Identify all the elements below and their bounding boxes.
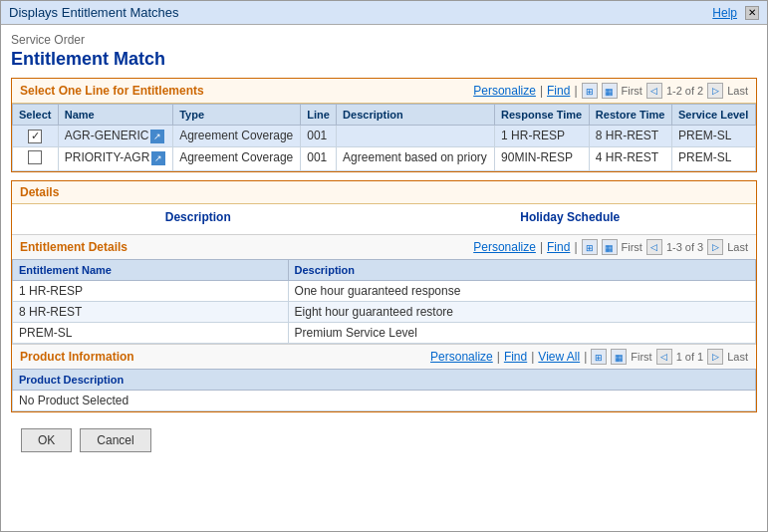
data-cell-4: 4 HR-REST [589, 146, 671, 170]
product-nav-next[interactable]: ▷ [707, 349, 723, 365]
title-bar-controls: Help ✕ [712, 6, 759, 20]
entitlements-nav-next[interactable]: ▷ [707, 83, 723, 99]
ent-details-nav-range: 1-3 of 3 [666, 241, 703, 253]
entitlements-nav-first[interactable]: First [622, 85, 642, 97]
col-ent-desc: Description [288, 259, 755, 280]
data-cell-5: PREM-SL [671, 126, 755, 147]
details-description-col: Description [12, 204, 384, 234]
table-row: No Product Selected [13, 390, 756, 410]
ent-name-cell: 1 HR-RESP [13, 280, 289, 301]
table-row: PRIORITY-AGR↗Agreement Coverage001Agreem… [13, 146, 756, 170]
name-cell: AGR-GENERIC↗ [58, 126, 172, 147]
ent-details-nav-first[interactable]: First [622, 241, 642, 253]
product-view-all-link[interactable]: View All [538, 350, 580, 364]
entitlement-details-subpanel: Entitlement Details Personalize | Find |… [12, 235, 756, 344]
col-service-level: Service Level [671, 105, 755, 126]
data-cell-0: Agreement Coverage [173, 126, 301, 147]
entitlements-panel-header: Select One Line for Entitlements Persona… [12, 79, 756, 104]
content-area: Service Order Entitlement Match Select O… [1, 25, 767, 468]
table-row: 8 HR-RESTEight hour guaranteed restore [13, 301, 756, 322]
ent-details-nav-last[interactable]: Last [727, 241, 748, 253]
entitlements-nav-range: 1-2 of 2 [666, 85, 703, 97]
table-row: 1 HR-RESPOne hour guaranteed response [13, 280, 756, 301]
data-cell-2 [337, 126, 495, 147]
product-find-link[interactable]: Find [504, 350, 527, 364]
data-cell-4: 8 HR-REST [589, 126, 671, 147]
name-link-icon[interactable]: ↗ [150, 130, 164, 143]
close-button[interactable]: ✕ [745, 6, 759, 20]
ent-details-nav-next[interactable]: ▷ [707, 239, 723, 255]
details-description-label: Description [20, 210, 377, 224]
name-cell: PRIORITY-AGR↗ [58, 146, 172, 170]
col-product-desc: Product Description [13, 369, 756, 390]
entitlements-nav-prev[interactable]: ◁ [646, 83, 662, 99]
ok-button[interactable]: OK [21, 428, 72, 452]
product-nav-first[interactable]: First [631, 351, 651, 363]
product-export-icon[interactable]: ⊞ [591, 349, 607, 365]
col-restore-time: Restore Time [589, 105, 671, 126]
details-holiday-label: Holiday Schedule [392, 210, 749, 224]
entitlements-panel-controls: Personalize | Find | ⊞ ▦ First ◁ 1-2 of … [473, 83, 748, 99]
ent-desc-cell: One hour guaranteed response [288, 280, 755, 301]
select-cell[interactable]: ✓ [13, 126, 59, 147]
ent-name-cell: PREM-SL [13, 322, 289, 343]
entitlements-table: Select Name Type Line Description Respon… [12, 104, 756, 171]
select-cell[interactable] [13, 146, 59, 170]
product-personalize-link[interactable]: Personalize [430, 350, 493, 364]
ent-details-grid-icon[interactable]: ▦ [602, 239, 618, 255]
ent-desc-cell: Premium Service Level [288, 322, 755, 343]
col-description: Description [337, 105, 495, 126]
checkbox-checked[interactable]: ✓ [28, 130, 42, 143]
entitlements-grid-icon[interactable]: ▦ [602, 83, 618, 99]
data-cell-2: Agreement based on priory [337, 146, 495, 170]
product-nav-range: 1 of 1 [676, 351, 704, 363]
help-link[interactable]: Help [712, 6, 737, 20]
ent-details-nav-prev[interactable]: ◁ [646, 239, 662, 255]
data-cell-0: Agreement Coverage [173, 146, 301, 170]
details-top-row: Description Holiday Schedule [12, 204, 756, 235]
product-info-controls: Personalize | Find | View All | ⊞ ▦ Firs… [430, 349, 748, 365]
table-row: PREM-SLPremium Service Level [13, 322, 756, 343]
name-link-icon[interactable]: ↗ [151, 151, 165, 165]
product-info-title: Product Information [20, 350, 134, 364]
service-order-label: Service Order [11, 33, 757, 47]
col-ent-name: Entitlement Name [13, 259, 289, 280]
col-response-time: Response Time [495, 105, 590, 126]
col-select: Select [13, 105, 59, 126]
checkbox-unchecked[interactable] [28, 150, 42, 164]
entitlement-details-table: Entitlement Name Description 1 HR-RESPOn… [12, 259, 756, 344]
col-line: Line [301, 105, 337, 126]
col-type: Type [173, 105, 301, 126]
product-info-table: Product Description No Product Selected [12, 369, 756, 411]
product-nav-prev[interactable]: ◁ [656, 349, 672, 365]
ent-details-personalize-link[interactable]: Personalize [473, 240, 536, 254]
entitlement-details-controls: Personalize | Find | ⊞ ▦ First ◁ 1-3 of … [473, 239, 748, 255]
entitlements-panel-title: Select One Line for Entitlements [20, 84, 204, 98]
title-bar: Displays Entitlement Matches Help ✕ [1, 1, 767, 25]
product-table-header: Product Description [13, 369, 756, 390]
data-cell-3: 1 HR-RESP [495, 126, 590, 147]
ent-name-cell: 8 HR-REST [13, 301, 289, 322]
details-panel-header: Details [12, 181, 756, 204]
product-grid-icon[interactable]: ▦ [611, 349, 627, 365]
data-cell-1: 001 [301, 146, 337, 170]
data-cell-5: PREM-SL [671, 146, 755, 170]
no-product-cell: No Product Selected [13, 390, 756, 410]
details-content: Description Holiday Schedule Entitlement… [12, 204, 756, 411]
window-title: Displays Entitlement Matches [9, 5, 179, 20]
product-nav-last[interactable]: Last [727, 351, 748, 363]
entitlements-export-icon[interactable]: ⊞ [582, 83, 598, 99]
details-panel-title: Details [20, 185, 59, 199]
ent-desc-cell: Eight hour guaranteed restore [288, 301, 755, 322]
entitlements-find-link[interactable]: Find [547, 84, 570, 98]
entitlements-panel: Select One Line for Entitlements Persona… [11, 78, 757, 172]
page-title: Entitlement Match [11, 49, 757, 70]
table-row: ✓AGR-GENERIC↗Agreement Coverage0011 HR-R… [13, 126, 756, 147]
entitlements-personalize-link[interactable]: Personalize [473, 84, 536, 98]
entitlements-nav-last[interactable]: Last [727, 85, 748, 97]
cancel-button[interactable]: Cancel [80, 428, 150, 452]
ent-details-export-icon[interactable]: ⊞ [582, 239, 598, 255]
col-name: Name [58, 105, 172, 126]
footer: OK Cancel [11, 420, 757, 460]
ent-details-find-link[interactable]: Find [547, 240, 570, 254]
